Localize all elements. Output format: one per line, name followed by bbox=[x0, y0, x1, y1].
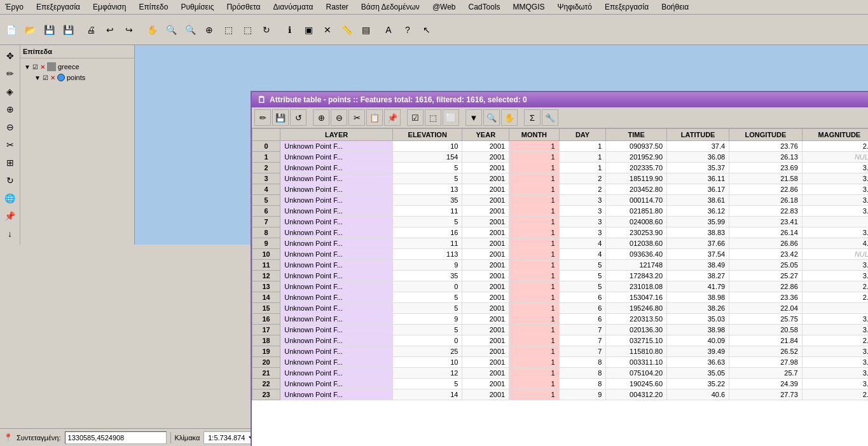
table-row[interactable]: 22Unknown Point F...5200118190245.6035.2… bbox=[252, 379, 869, 389]
col-header-time[interactable]: TIME bbox=[606, 129, 667, 141]
lt-rotate[interactable]: ↻ bbox=[2, 172, 18, 189]
refresh-btn[interactable]: ↻ bbox=[258, 21, 275, 39]
table-row[interactable]: 10Unknown Point F...113200114093636.4037… bbox=[252, 249, 869, 260]
table-row[interactable]: 15Unknown Point F...5200116195246.8038.2… bbox=[252, 303, 869, 314]
expression-btn[interactable]: Σ bbox=[524, 109, 541, 126]
lt-node[interactable]: ◈ bbox=[2, 83, 18, 100]
lt-split[interactable]: ✂ bbox=[2, 137, 18, 153]
scale-select[interactable]: 1:5.734.874 bbox=[203, 431, 258, 444]
reload-btn[interactable]: ↺ bbox=[290, 109, 307, 126]
save-as-btn[interactable]: 💾 bbox=[59, 21, 77, 39]
deselect-btn[interactable]: ✕ bbox=[319, 21, 336, 39]
table-row[interactable]: 11Unknown Point F...920011512174838.4925… bbox=[252, 260, 869, 271]
coordinate-input[interactable] bbox=[65, 431, 167, 444]
identify-btn[interactable]: ℹ bbox=[280, 21, 298, 39]
col-header-year[interactable]: YEAR bbox=[462, 129, 509, 141]
table-row[interactable]: 2Unknown Point F...5200111202335.7035.37… bbox=[252, 163, 869, 173]
layer-close-greece[interactable]: ✕ bbox=[40, 64, 45, 71]
attribute-table-titlebar[interactable]: 🗒 Attribute table - points :: Features t… bbox=[252, 92, 868, 107]
lt-add[interactable]: ⊕ bbox=[2, 101, 18, 118]
map-area[interactable]: 🗒 Attribute table - points :: Features t… bbox=[135, 45, 868, 245]
table-row[interactable]: 12Unknown Point F...35200115172843.2038.… bbox=[252, 271, 869, 281]
table-row[interactable]: 20Unknown Point F...10200118003311.1036.… bbox=[252, 357, 869, 368]
menu-db[interactable]: Βάση Δεδομένων bbox=[359, 1, 422, 13]
pan-btn[interactable]: ✋ bbox=[143, 21, 161, 39]
zoom-map-btn[interactable]: 🔍 bbox=[483, 109, 500, 126]
paste-row-btn[interactable]: 📌 bbox=[384, 109, 401, 126]
lt-subtract[interactable]: ⊖ bbox=[2, 119, 18, 135]
lt-edit[interactable]: ✏ bbox=[2, 65, 18, 82]
layer-item-points[interactable]: ▼ ☑ ✕ points bbox=[23, 72, 132, 83]
table-row[interactable]: 4Unknown Point F...13200112203452.8036.1… bbox=[252, 184, 869, 195]
table-row[interactable]: 3Unknown Point F...5200112185119.9036.11… bbox=[252, 173, 869, 184]
layer-expand-points[interactable]: ▼ bbox=[34, 74, 41, 81]
undo-btn[interactable]: ↩ bbox=[101, 21, 119, 39]
table-row[interactable]: 8Unknown Point F...16200113230253.9038.8… bbox=[252, 227, 869, 238]
lt-globe[interactable]: 🌐 bbox=[2, 190, 18, 206]
col-header-magnitude[interactable]: MAGNITUDE bbox=[802, 129, 868, 141]
menu-ergo[interactable]: Έργο bbox=[3, 1, 26, 13]
col-header-longitude[interactable]: LONGITUDE bbox=[729, 129, 803, 141]
attr-table-btn[interactable]: ▤ bbox=[357, 21, 375, 39]
table-container[interactable]: LAYER ELEVATION YEAR MONTH DAY TIME LATI… bbox=[252, 128, 868, 446]
menu-emfanisi[interactable]: Εμφάνιση bbox=[90, 1, 128, 13]
add-feature-btn[interactable]: ⊕ bbox=[313, 109, 329, 126]
zoom-out-btn[interactable]: 🔍 bbox=[181, 21, 199, 39]
measure-btn[interactable]: 📏 bbox=[338, 21, 355, 39]
menu-cadtools[interactable]: CadTools bbox=[466, 1, 503, 13]
col-header-month[interactable]: MONTH bbox=[509, 129, 560, 141]
menu-prostheta[interactable]: Πρόσθετα bbox=[224, 1, 263, 13]
table-row[interactable]: 16Unknown Point F...9200116220313.5035.0… bbox=[252, 314, 869, 325]
lt-merge[interactable]: ⊞ bbox=[2, 154, 18, 171]
new-btn[interactable]: 📄 bbox=[2, 21, 20, 39]
cursor-btn[interactable]: ↖ bbox=[418, 21, 436, 39]
save-edits-btn[interactable]: 💾 bbox=[272, 109, 289, 126]
table-row[interactable]: 9Unknown Point F...11200114012038.6037.6… bbox=[252, 238, 869, 249]
col-header-latitude[interactable]: LATITUDE bbox=[667, 129, 729, 141]
layer-close-points[interactable]: ✕ bbox=[50, 74, 55, 81]
deselect-all-btn[interactable]: ⬜ bbox=[443, 109, 459, 126]
table-row[interactable]: 19Unknown Point F...25200117115810.8039.… bbox=[252, 346, 869, 357]
filter-btn[interactable]: ▼ bbox=[465, 109, 482, 126]
field-calc-btn[interactable]: 🔧 bbox=[542, 109, 558, 126]
zoom-full-btn[interactable]: ⊕ bbox=[200, 21, 218, 39]
table-row[interactable]: 18Unknown Point F...0200117032715.1040.0… bbox=[252, 335, 869, 346]
delete-feature-btn[interactable]: ⊖ bbox=[331, 109, 347, 126]
zoom-sel-btn[interactable]: ⬚ bbox=[238, 21, 256, 39]
invert-sel-btn[interactable]: ⬚ bbox=[425, 109, 441, 126]
menu-epexergasia[interactable]: Επεξεργασία bbox=[34, 1, 83, 13]
col-header-elevation[interactable]: ELEVATION bbox=[392, 129, 462, 141]
table-row[interactable]: 13Unknown Point F...0200115231018.0841.7… bbox=[252, 281, 869, 292]
table-row[interactable]: 1Unknown Point F...154200111201952.9036.… bbox=[252, 152, 869, 163]
table-row[interactable]: 0Unknown Point F...10200111090937.5037.4… bbox=[252, 141, 869, 152]
table-row[interactable]: 23Unknown Point F...14200119004312.2040.… bbox=[252, 389, 869, 400]
menu-rythmiseis[interactable]: Ρυθμίσεις bbox=[178, 1, 216, 13]
menu-psifidoto[interactable]: Ψηφιδωτό bbox=[555, 1, 595, 13]
menu-web[interactable]: @Web bbox=[430, 1, 458, 13]
menu-epipedo[interactable]: Επίπεδο bbox=[136, 1, 170, 13]
select-btn[interactable]: ▣ bbox=[300, 21, 317, 39]
table-row[interactable]: 5Unknown Point F...35200113000114.7038.6… bbox=[252, 195, 869, 206]
menu-dianysmata[interactable]: Διανύσματα bbox=[271, 1, 316, 13]
save-btn[interactable]: 💾 bbox=[40, 21, 58, 39]
print-btn[interactable]: 🖨 bbox=[82, 21, 100, 39]
menu-mmqgis[interactable]: MMQGIS bbox=[511, 1, 548, 13]
menu-raster[interactable]: Raster bbox=[323, 1, 350, 13]
layer-checkbox-greece[interactable]: ☑ bbox=[32, 64, 38, 71]
zoom-in-btn[interactable]: 🔍 bbox=[162, 21, 180, 39]
help-btn2[interactable]: ? bbox=[399, 21, 417, 39]
menu-epexergasia2[interactable]: Επεξεργασία bbox=[602, 1, 651, 13]
table-row[interactable]: 6Unknown Point F...11200113021851.8036.1… bbox=[252, 206, 869, 217]
lt-arrow[interactable]: ↓ bbox=[2, 226, 18, 242]
cut-row-btn[interactable]: ✂ bbox=[348, 109, 365, 126]
layer-expand-greece[interactable]: ▼ bbox=[24, 64, 31, 71]
table-row[interactable]: 17Unknown Point F...5200117020136.3038.9… bbox=[252, 325, 869, 335]
lt-touch[interactable]: ✥ bbox=[2, 48, 18, 64]
lt-pin[interactable]: 📌 bbox=[2, 208, 18, 224]
copy-row-btn[interactable]: 📋 bbox=[366, 109, 383, 126]
edit-mode-btn[interactable]: ✏ bbox=[254, 109, 271, 126]
layer-item-greece[interactable]: ▼ ☑ ✕ greece bbox=[23, 61, 132, 72]
redo-btn[interactable]: ↪ bbox=[120, 21, 138, 39]
label-btn[interactable]: A bbox=[380, 21, 397, 39]
table-row[interactable]: 7Unknown Point F...5200113024008.6035.99… bbox=[252, 217, 869, 227]
